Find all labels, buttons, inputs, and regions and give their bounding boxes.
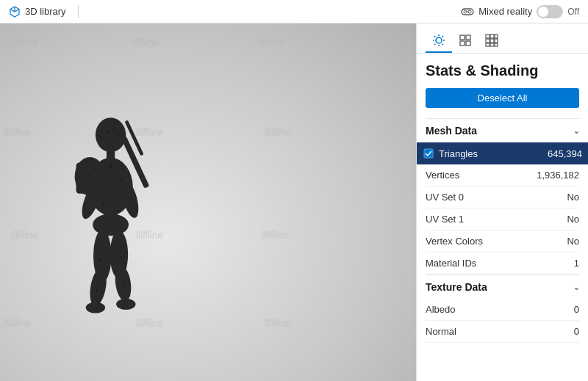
library-label: 3D library <box>25 6 66 17</box>
table-row: Normal 0 <box>426 321 579 343</box>
svg-rect-4 <box>107 149 115 159</box>
section-label-mesh: Mesh Data <box>426 125 477 137</box>
svg-rect-50 <box>495 35 498 38</box>
svg-point-30 <box>117 210 118 211</box>
chevron-down-icon: ⌄ <box>573 283 579 291</box>
table-row: UV Set 1 No <box>426 208 579 231</box>
svg-line-40 <box>434 36 435 37</box>
section-header-texture[interactable]: Texture Data ⌄ <box>426 275 579 299</box>
row-label: UV Set 0 <box>426 192 464 203</box>
main-content: lllllline lllllline lllllline lllllline … <box>0 23 588 381</box>
deselect-all-button[interactable]: Deselect All <box>426 88 579 108</box>
table-row: Material IDs 1 <box>426 253 579 275</box>
mixed-reality-toggle[interactable] <box>537 5 563 18</box>
watermark: lllllline <box>265 317 292 329</box>
svg-line-42 <box>442 36 443 37</box>
svg-point-27 <box>93 169 94 170</box>
watermark: lllllline <box>4 126 31 138</box>
svg-rect-51 <box>486 39 490 43</box>
svg-point-19 <box>106 131 108 133</box>
watermark: lllllline <box>132 37 159 48</box>
watermark: lllllline <box>11 37 38 48</box>
row-value: 1 <box>574 258 579 269</box>
viewport[interactable]: lllllline lllllline lllllline lllllline … <box>0 23 416 381</box>
library-section[interactable]: 3D library <box>9 6 66 18</box>
svg-rect-52 <box>490 39 494 43</box>
chevron-down-icon: ⌄ <box>573 127 579 135</box>
svg-point-3 <box>96 117 126 152</box>
vr-icon <box>461 7 474 16</box>
svg-rect-45 <box>466 35 470 40</box>
row-value: No <box>567 192 579 203</box>
toggle-knob <box>538 7 548 17</box>
right-panel: Stats & Shading Deselect All Mesh Data ⌄… <box>416 23 588 381</box>
row-value: No <box>567 214 579 225</box>
svg-point-12 <box>93 214 129 236</box>
tab-shading[interactable] <box>426 29 452 53</box>
svg-point-24 <box>110 165 112 167</box>
row-label: Normal <box>426 326 456 337</box>
watermark: lllllline <box>11 229 38 241</box>
tab-stats[interactable] <box>452 29 478 53</box>
mixed-reality-section[interactable]: Mixed reality Off <box>461 5 579 18</box>
table-row: Vertex Colors No <box>426 231 579 253</box>
row-label: Triangles <box>439 148 478 159</box>
svg-rect-53 <box>495 39 498 43</box>
row-value: 0 <box>574 304 579 315</box>
row-label: Albedo <box>426 304 455 315</box>
row-label: UV Set 1 <box>426 214 464 225</box>
svg-point-20 <box>113 129 115 131</box>
checkbox-checked-icon <box>423 148 434 159</box>
svg-rect-54 <box>486 43 490 46</box>
svg-point-21 <box>109 137 110 139</box>
watermark: lllllline <box>261 229 288 241</box>
mixed-reality-label: Mixed reality <box>478 6 532 17</box>
svg-point-17 <box>86 302 105 313</box>
row-value: 0 <box>574 326 579 337</box>
svg-rect-46 <box>460 41 465 46</box>
tab-grid[interactable] <box>478 29 505 53</box>
svg-point-34 <box>123 286 125 288</box>
watermark: lllllline <box>4 317 31 329</box>
svg-rect-57 <box>424 149 433 158</box>
svg-rect-47 <box>466 41 470 46</box>
svg-point-25 <box>101 173 103 174</box>
svg-rect-55 <box>490 43 494 46</box>
svg-point-35 <box>436 37 442 43</box>
top-bar: 3D library Mixed reality Off <box>0 0 588 23</box>
svg-line-43 <box>434 44 435 45</box>
svg-rect-49 <box>490 35 494 38</box>
row-label: Material IDs <box>426 258 476 269</box>
svg-point-31 <box>99 258 101 260</box>
section-label-texture: Texture Data <box>426 281 487 293</box>
svg-point-22 <box>118 134 120 136</box>
svg-rect-44 <box>460 35 465 40</box>
svg-point-29 <box>103 203 105 206</box>
3d-library-icon <box>9 6 21 18</box>
table-row[interactable]: Triangles 645,394 <box>417 142 588 164</box>
panel-title: Stats & Shading <box>426 62 579 79</box>
svg-point-23 <box>101 136 102 137</box>
watermark: lllllline <box>257 37 284 48</box>
row-value: No <box>567 236 579 247</box>
svg-point-18 <box>116 299 135 310</box>
row-left: Triangles <box>423 148 478 159</box>
watermark: lllllline <box>265 126 292 138</box>
character-silhouette <box>37 97 198 332</box>
table-row: Vertices 1,936,182 <box>426 164 579 186</box>
section-header-mesh[interactable]: Mesh Data ⌄ <box>426 118 579 142</box>
row-value: 1,936,182 <box>537 170 579 181</box>
row-value: 645,394 <box>548 148 582 159</box>
svg-point-2 <box>468 10 471 13</box>
table-row: UV Set 0 No <box>426 186 579 208</box>
row-label: Vertex Colors <box>426 236 483 247</box>
svg-point-28 <box>88 175 90 177</box>
table-row: Albedo 0 <box>426 299 579 321</box>
svg-rect-48 <box>486 35 490 38</box>
svg-rect-56 <box>495 43 498 46</box>
svg-point-33 <box>96 289 98 291</box>
svg-point-1 <box>464 10 467 13</box>
off-label: Off <box>567 7 579 17</box>
svg-point-32 <box>121 256 122 258</box>
panel-icon-tabs <box>417 23 588 54</box>
